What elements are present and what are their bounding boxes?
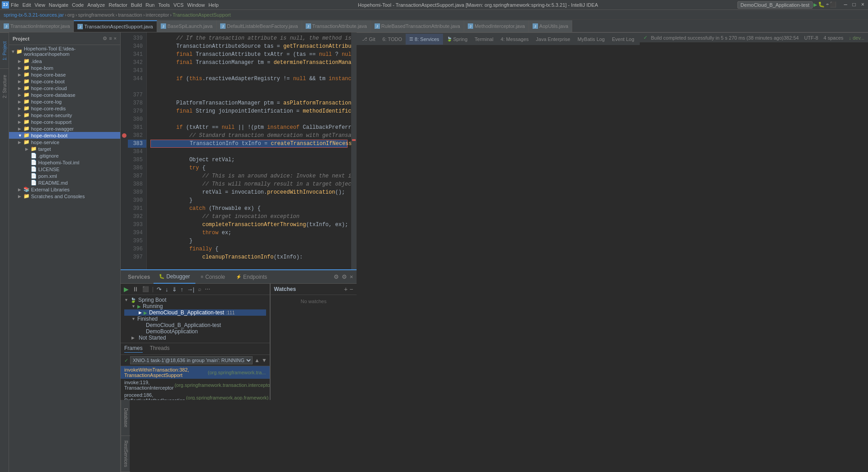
spring-boot-root[interactable]: ▼ 🍃 Spring Boot: [124, 297, 266, 303]
step-into-icon[interactable]: ↓: [164, 285, 170, 294]
code-content[interactable]: // If the transaction attribute is null,…: [147, 32, 351, 269]
prev-thread-icon[interactable]: ▲: [254, 357, 260, 363]
tab-transaction-attribute[interactable]: J TransactionAttribute.java: [302, 20, 371, 32]
tree-item-idea[interactable]: ▶ 📁 .idea: [9, 58, 120, 64]
menu-analyze[interactable]: Analyze: [87, 2, 105, 8]
svc-event-log[interactable]: Event Log: [608, 34, 638, 45]
frame-1[interactable]: invoke:119, TransactionInterceptor (org.…: [121, 379, 270, 391]
breadcrumb-part-3[interactable]: transaction: [118, 12, 142, 18]
tree-item-hope-core-cloud[interactable]: ▶ 📁 hope-core-cloud: [9, 85, 120, 91]
panel-tab-structure[interactable]: 2: Structure: [0, 68, 9, 104]
frame-2[interactable]: proceed:186, ReflectiveMethodInvocation …: [121, 391, 270, 400]
menu-view[interactable]: View: [35, 2, 45, 8]
stop-button[interactable]: ⬛: [830, 1, 836, 8]
encoding[interactable]: UTF-8: [804, 35, 818, 41]
svc-mybatis[interactable]: MyBatis Log: [574, 34, 609, 45]
tree-item-hope-demo-boot[interactable]: ▼ 📁 hope-demo-boot: [9, 132, 120, 139]
tree-item-hope-core-security[interactable]: ▶ 📁 hope-core-security: [9, 112, 120, 118]
frames-tab[interactable]: Frames: [124, 345, 143, 353]
tab-debugger[interactable]: 🐛 Debugger: [154, 270, 195, 284]
tab-default-listable[interactable]: J DefaultListableBeanFactory.java: [217, 20, 302, 32]
tree-item-hope-bom[interactable]: ▶ 📁 hope-bom: [9, 64, 120, 71]
svc-git[interactable]: ⎇ Git: [358, 34, 379, 45]
menu-code[interactable]: Code: [72, 2, 84, 8]
menu-refactor[interactable]: Refactor: [108, 2, 127, 8]
demo-boot-app[interactable]: DemoBootApplication: [124, 328, 266, 335]
breadcrumb-part-2[interactable]: springframework: [78, 12, 114, 18]
tree-item-iml[interactable]: 📄 Hopehomi-Tool.iml: [9, 159, 120, 166]
code-editor[interactable]: 339 340 341 342 343 344 377 378 379 380 …: [121, 32, 357, 269]
menu-run[interactable]: Run: [145, 2, 154, 8]
menu-tools[interactable]: Tools: [158, 2, 170, 8]
tab-transaction-interceptor[interactable]: J TransactionInterceptor.java: [0, 20, 74, 32]
breakpoint-marker[interactable]: [121, 132, 128, 140]
menu-help[interactable]: Help: [208, 2, 219, 8]
tree-item-readme[interactable]: 📄 README.md: [9, 179, 120, 186]
tree-item-hope-core-database[interactable]: ▶ 📁 hope-core-database: [9, 91, 120, 98]
threads-tab[interactable]: Threads: [150, 345, 170, 353]
demo-cloud-node[interactable]: ▶ ▶ DemoCloud_B_Application-test :111: [124, 309, 266, 316]
minimize-button[interactable]: —: [842, 2, 849, 8]
pause-icon[interactable]: ⏸: [131, 285, 140, 294]
watches-add-icon[interactable]: +: [344, 286, 348, 293]
running-node[interactable]: ▼ ▶ Running: [124, 303, 266, 309]
tree-item-hope-service[interactable]: ▶ 📁 hope-service: [9, 139, 120, 145]
finished-node[interactable]: ▼ Finished: [124, 316, 266, 322]
not-started-node[interactable]: ▶ Not Started: [124, 335, 266, 341]
breadcrumb-part-0[interactable]: spring-tx-5.3.21-sources.jar: [4, 12, 64, 18]
menu-build[interactable]: Build: [131, 2, 142, 8]
debug-button[interactable]: 🐛: [818, 1, 825, 8]
more-icon[interactable]: ⋯: [203, 285, 212, 293]
demo-cloud-b[interactable]: DemoCloud_B_Application-test: [124, 322, 266, 328]
menu-navigate[interactable]: Navigate: [49, 2, 68, 8]
close-panel-icon[interactable]: ×: [350, 273, 353, 280]
menu-vcs[interactable]: VCS: [173, 2, 184, 8]
breadcrumb-part-5[interactable]: TransactionAspectSupport: [172, 12, 231, 18]
close-button[interactable]: ×: [859, 2, 866, 8]
breadcrumb-part-1[interactable]: org: [68, 12, 75, 18]
branch[interactable]: ↓ dev...: [849, 35, 864, 41]
tree-item-license[interactable]: 📄 LICENSE: [9, 166, 120, 172]
resume-icon[interactable]: ▶: [122, 285, 130, 294]
sidebar-close-icon[interactable]: ×: [114, 36, 117, 41]
tab-method-interceptor[interactable]: J MethodInterceptor.java: [464, 20, 529, 32]
tree-root[interactable]: ▼ 📁 Hopehomi-Tool E:\idea-workspace\hope…: [9, 45, 120, 58]
run-config-selector[interactable]: DemoCloud_B_Application-test: [737, 1, 813, 9]
settings-icon[interactable]: ⚙: [334, 273, 339, 280]
step-over-icon[interactable]: ↷: [155, 285, 163, 294]
tree-item-pom[interactable]: 📄 pom.xml: [9, 172, 120, 179]
thread-dropdown[interactable]: XNIO-1 task-1'@18,636 in group 'main': R…: [130, 356, 253, 364]
tree-item-hope-core-base[interactable]: ▶ 📁 hope-core-base: [9, 71, 120, 78]
tree-item-hope-core-log[interactable]: ▶ 📁 hope-core-log: [9, 98, 120, 105]
maximize-button[interactable]: □: [851, 2, 858, 8]
tree-item-target[interactable]: ▶ 📁 target: [9, 145, 120, 152]
svc-services[interactable]: ☰ 8: Services: [406, 34, 443, 45]
tree-item-hope-core-redis[interactable]: ▶ 📁 hope-core-redis: [9, 105, 120, 112]
sidebar-collapse-icon[interactable]: ≡: [109, 36, 112, 41]
tree-item-hope-core-boot[interactable]: ▶ 📁 hope-core-boot: [9, 78, 120, 85]
run-button[interactable]: ▶: [814, 1, 817, 9]
tree-item-gitignore[interactable]: 📄 .gitignore: [9, 152, 120, 159]
step-out-icon[interactable]: ↑: [179, 285, 185, 294]
tab-base-spi-launch[interactable]: J BaseSpiLaunch.java: [157, 20, 217, 32]
menu-window[interactable]: Window: [187, 2, 205, 8]
indent[interactable]: 4 spaces: [823, 35, 843, 41]
build-status[interactable]: Build completed successfully in 5 s 270 …: [651, 35, 784, 41]
force-step-into-icon[interactable]: ⇓: [171, 285, 178, 294]
breadcrumb-part-4[interactable]: interceptor: [146, 12, 169, 18]
tab-aop-utils[interactable]: J AopUtils.java: [529, 20, 572, 32]
menu-edit[interactable]: Edit: [23, 2, 31, 8]
stop-debug-icon[interactable]: ⬛: [141, 285, 150, 293]
tab-endpoints[interactable]: ⚡ Endpoints: [231, 270, 272, 284]
tree-item-hope-core-swagger[interactable]: ▶ 📁 hope-core-swagger: [9, 125, 120, 132]
right-tab-database[interactable]: Database: [121, 400, 130, 436]
evaluate-icon[interactable]: ⌕: [197, 285, 203, 293]
gear-icon[interactable]: ⚙: [342, 273, 347, 280]
svc-todo[interactable]: 6: TODO: [379, 34, 406, 45]
run-to-cursor-icon[interactable]: →|: [185, 285, 195, 294]
svc-java-enterprise[interactable]: Java Enterprise: [532, 34, 574, 45]
svc-spring[interactable]: 🍃 Spring: [443, 34, 471, 45]
tab-transaction-aspect-support[interactable]: J TransactionAspectSupport.java: [74, 20, 157, 32]
tree-item-scratches[interactable]: ▶ 📁 Scratches and Consoles: [9, 193, 120, 200]
tree-item-hope-core-support[interactable]: ▶ 📁 hope-core-support: [9, 118, 120, 125]
